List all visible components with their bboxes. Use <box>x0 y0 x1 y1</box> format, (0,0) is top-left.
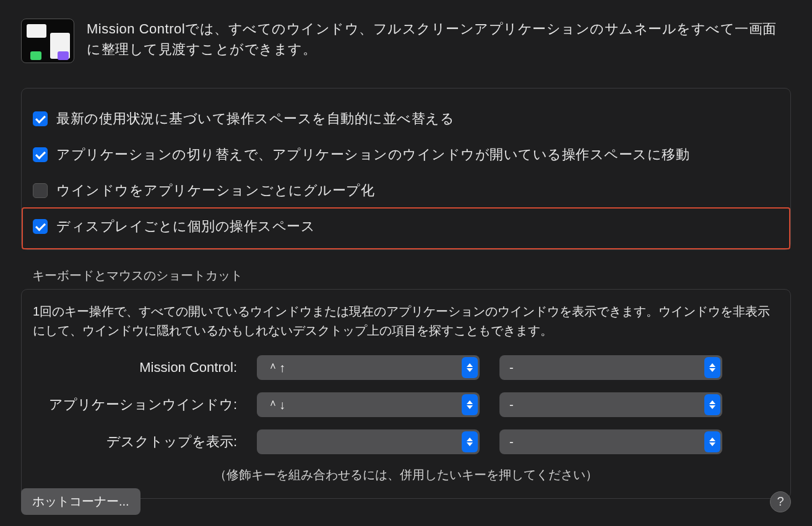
shortcuts-group: 1回のキー操作で、すべての開いているウインドウまたは現在のアプリケーションのウイ… <box>21 289 791 499</box>
hot-corners-button[interactable]: ホットコーナー... <box>21 488 140 515</box>
shortcut-label: デスクトップを表示: <box>33 433 237 451</box>
option-row: ディスプレイごとに個別の操作スペース <box>22 207 790 249</box>
shortcut-label: アプリケーションウインドウ: <box>33 395 237 414</box>
chevron-up-down-icon <box>462 357 478 378</box>
options-group: 最新の使用状況に基づいて操作スペースを自動的に並べ替えるアプリケーションの切り替… <box>21 88 791 250</box>
mission-control-icon <box>21 19 74 63</box>
shortcut-mouse-select[interactable]: - <box>499 355 722 380</box>
chevron-up-down-icon <box>462 394 478 415</box>
shortcut-row: デスクトップを表示:- <box>33 429 779 454</box>
shortcut-row: Mission Control:＾↑- <box>33 355 779 380</box>
shortcut-label: Mission Control: <box>33 360 237 376</box>
option-checkbox[interactable] <box>33 219 48 234</box>
option-label: ウインドウをアプリケーションごとにグループ化 <box>56 181 374 200</box>
option-checkbox[interactable] <box>33 147 48 162</box>
option-row: 最新の使用状況に基づいて操作スペースを自動的に並べ替える <box>33 101 779 137</box>
chevron-up-down-icon <box>704 357 720 378</box>
modifier-hint: （修飾キーを組み合わせるには、併用したいキーを押してください） <box>33 467 779 483</box>
option-label: アプリケーションの切り替えで、アプリケーションのウインドウが開いている操作スペー… <box>56 145 689 164</box>
option-checkbox[interactable] <box>33 111 48 126</box>
shortcut-row: アプリケーションウインドウ:＾↓- <box>33 392 779 417</box>
shortcut-mouse-select[interactable]: - <box>499 429 722 454</box>
chevron-up-down-icon <box>462 431 478 452</box>
option-checkbox[interactable] <box>33 183 48 198</box>
option-label: ディスプレイごとに個別の操作スペース <box>56 217 315 236</box>
help-button[interactable]: ? <box>770 491 791 512</box>
option-row: アプリケーションの切り替えで、アプリケーションのウインドウが開いている操作スペー… <box>33 137 779 173</box>
option-label: 最新の使用状況に基づいて操作スペースを自動的に並べ替える <box>56 110 454 128</box>
shortcut-mouse-select[interactable]: - <box>499 392 722 417</box>
header-description: Mission Controlでは、すべてのウインドウ、フルスクリーンアプリケー… <box>87 19 791 59</box>
shortcuts-section-label: キーボードとマウスのショートカット <box>32 267 791 284</box>
option-row: ウインドウをアプリケーションごとにグループ化 <box>33 173 779 209</box>
shortcut-key-select[interactable]: ＾↑ <box>257 355 480 380</box>
shortcuts-description: 1回のキー操作で、すべての開いているウインドウまたは現在のアプリケーションのウイ… <box>33 302 779 340</box>
shortcut-key-select[interactable]: ＾↓ <box>257 392 480 417</box>
shortcut-key-select[interactable] <box>257 429 480 454</box>
chevron-up-down-icon <box>704 431 720 452</box>
header: Mission Controlでは、すべてのウインドウ、フルスクリーンアプリケー… <box>21 19 791 63</box>
chevron-up-down-icon <box>704 394 720 415</box>
